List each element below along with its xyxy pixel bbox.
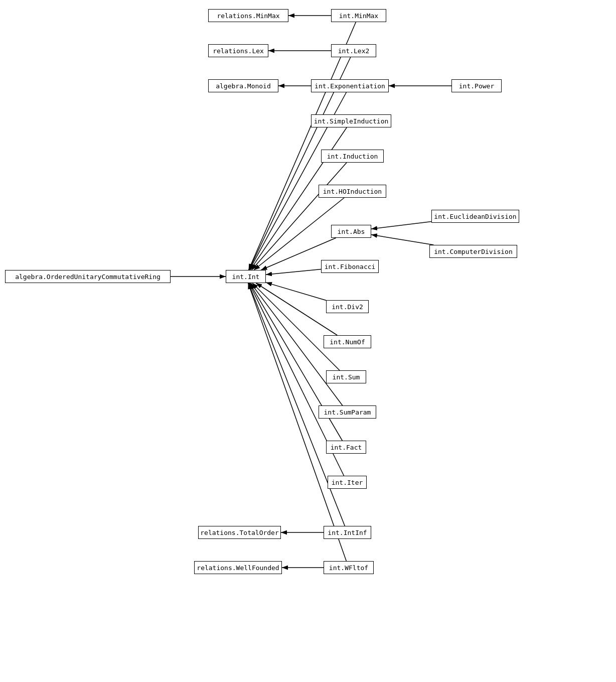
node-int_Exponentiation: int.Exponentiation	[311, 79, 389, 92]
diagram-container: relations.MinMaxint.MinMaxrelations.Lexi…	[0, 0, 616, 682]
node-int_SimpleInduction: int.SimpleInduction	[311, 114, 391, 127]
node-algebra_Monoid: algebra.Monoid	[208, 79, 278, 92]
node-int_NumOf: int.NumOf	[324, 335, 371, 348]
svg-line-9	[252, 163, 347, 270]
node-int_WFltof: int.WFltof	[324, 561, 374, 574]
node-int_Int: int.Int	[226, 270, 266, 283]
node-algebra_OUCR: algebra.OrderedUnitaryCommutativeRing	[5, 270, 171, 283]
svg-line-13	[371, 235, 433, 245]
node-int_HOInduction: int.HOInduction	[319, 185, 386, 198]
node-int_Fact: int.Fact	[326, 441, 366, 454]
svg-line-25	[248, 283, 347, 561]
node-int_Power: int.Power	[451, 79, 502, 92]
node-int_IntInf: int.IntInf	[324, 526, 371, 539]
node-int_EuclideanDivision: int.EuclideanDivision	[431, 210, 519, 223]
arrows-svg	[0, 0, 616, 682]
node-relations_Lex: relations.Lex	[208, 44, 268, 57]
svg-line-18	[252, 283, 340, 370]
node-int_Sum: int.Sum	[326, 370, 366, 383]
node-int_Lex2: int.Lex2	[331, 44, 376, 57]
svg-line-8	[250, 127, 347, 270]
svg-line-17	[256, 283, 337, 335]
svg-line-14	[266, 269, 321, 275]
node-int_Div2: int.Div2	[326, 300, 369, 313]
svg-line-23	[248, 283, 345, 526]
node-relations_WellFounded: relations.WellFounded	[194, 561, 282, 574]
node-int_SumParam: int.SumParam	[319, 405, 376, 419]
node-relations_TotalOrder: relations.TotalOrder	[198, 526, 281, 539]
node-int_Induction: int.Induction	[321, 150, 384, 163]
svg-line-12	[371, 222, 431, 229]
svg-line-16	[266, 283, 326, 301]
node-int_Iter: int.Iter	[328, 476, 367, 489]
node-int_MinMax: int.MinMax	[331, 9, 386, 22]
node-int_Fibonacci: int.Fibonacci	[321, 260, 379, 273]
node-int_ComputerDivision: int.ComputerDivision	[429, 245, 517, 258]
node-relations_MinMax: relations.MinMax	[208, 9, 288, 22]
node-int_Abs: int.Abs	[331, 225, 371, 238]
